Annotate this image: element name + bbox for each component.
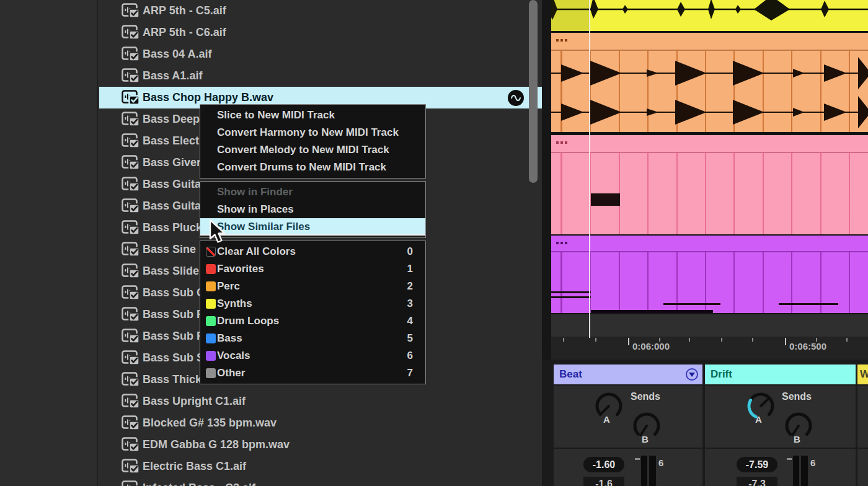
file-row[interactable]: Infected Bass - C3.aif bbox=[99, 477, 542, 486]
audio-file-checkbox-icon[interactable] bbox=[122, 437, 140, 453]
purple-clip-titlebar[interactable] bbox=[551, 236, 868, 252]
orange-clip-body[interactable] bbox=[551, 51, 868, 132]
audio-file-checkbox-icon[interactable] bbox=[122, 480, 140, 486]
midi-note[interactable] bbox=[591, 193, 620, 206]
audio-file-checkbox-icon[interactable] bbox=[122, 90, 140, 105]
sidebar-item[interactable] bbox=[0, 324, 98, 345]
track-fold-dropdown-icon[interactable] bbox=[686, 368, 698, 381]
sidebar-item[interactable] bbox=[0, 106, 98, 128]
midi-note[interactable] bbox=[779, 303, 838, 305]
sidebar-item[interactable] bbox=[0, 410, 98, 432]
file-row[interactable]: ARP 5th - C6.aif bbox=[99, 22, 542, 43]
file-row[interactable]: Bass A1.aif bbox=[99, 65, 542, 87]
audio-file-checkbox-icon[interactable] bbox=[122, 46, 140, 62]
color-swatch-icon bbox=[206, 334, 216, 343]
color-menu-item[interactable]: Vocals 6 bbox=[200, 347, 425, 365]
color-menu-item[interactable]: Other 7 bbox=[200, 365, 425, 382]
audio-file-checkbox-icon[interactable] bbox=[122, 350, 140, 366]
audio-file-checkbox-icon[interactable] bbox=[122, 25, 140, 40]
sidebar-item[interactable] bbox=[0, 41, 98, 63]
sends-panel: Sends A B bbox=[554, 386, 702, 448]
preview-audition-icon[interactable] bbox=[508, 90, 524, 106]
time-ruler[interactable]: 0:06:000 0:06:500 bbox=[551, 337, 868, 360]
midi-note[interactable] bbox=[551, 296, 591, 298]
file-row[interactable]: Electric Bass C1.aif bbox=[99, 456, 542, 477]
playhead[interactable] bbox=[589, 0, 590, 338]
track-header-beat[interactable]: Beat bbox=[554, 365, 702, 384]
sidebar-item[interactable] bbox=[0, 149, 98, 171]
audio-file-checkbox-icon[interactable] bbox=[122, 242, 140, 257]
audio-file-checkbox-icon[interactable] bbox=[122, 155, 140, 170]
menu-item-label: Perc bbox=[217, 280, 240, 292]
color-menu-item[interactable]: Synths 3 bbox=[200, 295, 425, 312]
sidebar-item[interactable] bbox=[0, 302, 98, 324]
audio-file-checkbox-icon[interactable] bbox=[122, 372, 140, 387]
sidebar-item[interactable] bbox=[0, 84, 98, 106]
browser-scrollbar[interactable] bbox=[529, 0, 538, 183]
pink-clip-body[interactable] bbox=[551, 153, 868, 234]
menu-section-colors: Clear All Colors 0 Favorites 1 Perc 2 Sy… bbox=[200, 241, 426, 384]
file-name: Bass Deep bbox=[143, 113, 200, 126]
audio-file-checkbox-icon[interactable] bbox=[122, 415, 140, 431]
pink-clip-titlebar[interactable] bbox=[551, 135, 868, 153]
sidebar-item[interactable] bbox=[0, 0, 98, 19]
color-menu-item[interactable]: Drum Loops 4 bbox=[200, 312, 425, 330]
audio-file-checkbox-icon[interactable] bbox=[122, 285, 140, 301]
sidebar-item[interactable] bbox=[0, 258, 98, 280]
midi-note[interactable] bbox=[551, 291, 591, 293]
audio-file-checkbox-icon[interactable] bbox=[122, 263, 140, 279]
color-menu-item[interactable]: Perc 2 bbox=[200, 278, 425, 295]
midi-note[interactable] bbox=[663, 303, 720, 305]
menu-item[interactable]: Convert Harmony to New MIDI Track bbox=[200, 124, 425, 141]
menu-item[interactable]: Show in Finder bbox=[200, 183, 425, 201]
file-name: Electric Bass C1.aif bbox=[143, 460, 246, 473]
volume-readout-box[interactable]: -7.3 bbox=[737, 477, 777, 486]
sidebar-item[interactable] bbox=[0, 128, 98, 149]
menu-item-label: Clear All Colors bbox=[217, 245, 296, 257]
color-menu-item[interactable]: Clear All Colors 0 bbox=[200, 243, 425, 260]
sidebar-item[interactable] bbox=[0, 345, 98, 367]
sidebar-item[interactable] bbox=[0, 432, 98, 454]
audio-file-checkbox-icon[interactable] bbox=[122, 220, 140, 236]
transient-waveform bbox=[551, 51, 868, 132]
sidebar-item[interactable] bbox=[0, 63, 98, 84]
audio-file-checkbox-icon[interactable] bbox=[122, 307, 140, 322]
sidebar-item[interactable] bbox=[0, 389, 98, 410]
orange-clip-titlebar[interactable] bbox=[551, 33, 868, 51]
audio-file-checkbox-icon[interactable] bbox=[122, 329, 140, 344]
file-row[interactable]: Bass 04 A.aif bbox=[99, 43, 542, 65]
audio-file-checkbox-icon[interactable] bbox=[122, 198, 140, 214]
file-row[interactable]: Bass Upright C1.aif bbox=[99, 391, 542, 412]
volume-db-field[interactable]: -7.59 bbox=[737, 457, 777, 472]
menu-item[interactable]: Show Similar Files bbox=[200, 218, 425, 236]
audio-file-checkbox-icon[interactable] bbox=[122, 3, 140, 19]
color-menu-item[interactable]: Bass 5 bbox=[200, 330, 425, 347]
purple-clip-body[interactable] bbox=[551, 252, 868, 313]
color-menu-item[interactable]: Favorites 1 bbox=[200, 260, 425, 278]
audio-file-checkbox-icon[interactable] bbox=[122, 133, 140, 149]
menu-item[interactable]: Slice to New MIDI Track bbox=[200, 107, 425, 124]
mixer-section: Beat Sends A B bbox=[542, 360, 868, 486]
menu-item-label: Convert Harmony to New MIDI Track bbox=[217, 126, 399, 138]
volume-readout-box[interactable]: -1.6 bbox=[583, 477, 624, 486]
menu-item[interactable]: Convert Drums to New MIDI Track bbox=[200, 159, 425, 176]
audio-file-checkbox-icon[interactable] bbox=[122, 394, 140, 409]
volume-db-field[interactable]: -1.60 bbox=[583, 457, 624, 472]
file-row[interactable]: EDM Gabba G 128 bpm.wav bbox=[99, 434, 542, 456]
track-header-drift[interactable]: Drift bbox=[705, 365, 856, 384]
menu-item[interactable]: Show in Places bbox=[200, 201, 425, 218]
audio-file-checkbox-icon[interactable] bbox=[122, 68, 140, 84]
arrangement-clip-yellow[interactable] bbox=[551, 0, 868, 31]
sidebar-item[interactable] bbox=[0, 367, 98, 389]
sidebar-item[interactable] bbox=[0, 237, 98, 258]
menu-item[interactable]: Convert Melody to New MIDI Track bbox=[200, 141, 425, 159]
audio-file-checkbox-icon[interactable] bbox=[122, 459, 140, 474]
sidebar-item[interactable] bbox=[0, 171, 98, 193]
sidebar-item[interactable] bbox=[0, 280, 98, 302]
audio-file-checkbox-icon[interactable] bbox=[122, 177, 140, 192]
file-row[interactable]: ARP 5th - C5.aif bbox=[99, 0, 542, 22]
sidebar-item[interactable] bbox=[0, 19, 98, 41]
audio-file-checkbox-icon[interactable] bbox=[122, 112, 140, 127]
file-row[interactable]: Blocked G# 135 bpm.wav bbox=[99, 412, 542, 434]
track-header-w[interactable]: W bbox=[857, 365, 868, 384]
